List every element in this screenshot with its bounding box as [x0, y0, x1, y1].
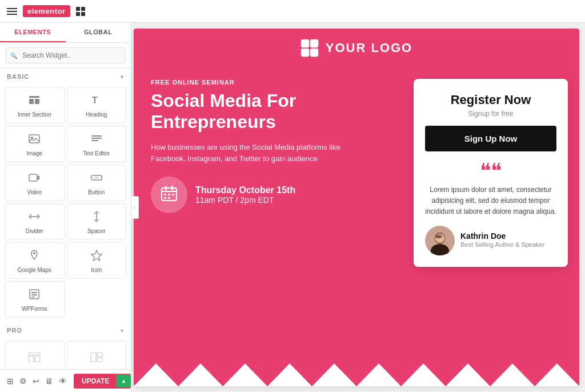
widget-icon[interactable]: Icon — [67, 242, 127, 279]
widget-button-label: Button — [88, 189, 105, 195]
update-label: UPDATE — [82, 377, 109, 385]
calendar-icon — [161, 185, 178, 206]
section-basic-label: BASIC — [7, 73, 29, 80]
page-body: FREE ONLINE SEMINAR Social Media For Ent… — [134, 67, 579, 386]
quote-text: Lorem ipsum dolor sit amet, consectetur … — [425, 185, 556, 218]
update-button[interactable]: UPDATE ▲ — [74, 374, 131, 389]
widget-grid-pro — [0, 338, 131, 369]
svg-rect-18 — [29, 356, 34, 362]
preview-icon[interactable]: 👁 — [59, 377, 67, 386]
svg-rect-17 — [29, 353, 40, 355]
widget-button[interactable]: Button — [67, 165, 127, 201]
seminar-title: Social Media For Entrepreneurs — [151, 90, 396, 133]
canvas: ‹ YOUR LOGO — [131, 23, 585, 392]
section-pro-header[interactable]: PRO ▾ — [0, 322, 131, 338]
svg-rect-2 — [35, 99, 39, 104]
svg-rect-28 — [165, 186, 167, 190]
widget-inner-section[interactable]: Inner Section — [5, 87, 65, 123]
widget-spacer[interactable]: Spacer — [67, 203, 127, 240]
svg-rect-26 — [311, 49, 318, 56]
seminar-description: How businesses are using the Social Medi… — [151, 142, 368, 166]
svg-marker-12 — [91, 250, 102, 261]
svg-rect-1 — [29, 99, 34, 104]
widget-pro-2[interactable] — [67, 341, 127, 369]
calendar-icon-wrap — [151, 177, 187, 213]
grid-menu-icon[interactable] — [76, 7, 85, 16]
svg-rect-0 — [29, 96, 39, 98]
svg-rect-9 — [29, 174, 37, 181]
widget-divider-label: Divider — [26, 228, 43, 234]
svg-rect-16 — [31, 297, 35, 298]
widget-wpforms-label: WPForms — [22, 306, 47, 312]
svg-point-11 — [33, 252, 35, 254]
svg-rect-24 — [311, 40, 318, 47]
svg-point-39 — [435, 235, 442, 238]
svg-rect-7 — [91, 138, 102, 139]
elementor-logo: elementor — [23, 5, 70, 17]
google-maps-icon — [28, 249, 41, 263]
text-editor-icon — [90, 133, 103, 147]
widget-google-maps[interactable]: Google Maps — [5, 242, 65, 279]
widget-pro-1[interactable] — [5, 341, 65, 369]
svg-rect-33 — [164, 197, 166, 199]
schedule-time: 11am PDT / 2pm EDT — [195, 195, 295, 205]
schedule-date: Thursday October 15th — [195, 185, 295, 195]
image-icon — [28, 133, 41, 147]
register-card: Register Now Signup for free Sign Up Now… — [414, 79, 568, 267]
bottom-icons: ⊞ ⚙ ↩ 🖥 👁 — [7, 377, 67, 386]
widget-image[interactable]: Image — [5, 126, 65, 162]
responsive-icon[interactable]: 🖥 — [45, 377, 53, 386]
chevron-pro-icon: ▾ — [121, 327, 124, 334]
author-info: Kathrin Doe Best Selling Author & Speake… — [460, 231, 544, 249]
section-basic-header[interactable]: BASIC ▾ — [0, 69, 131, 85]
section-pro-label: PRO — [7, 327, 22, 334]
svg-rect-14 — [31, 292, 37, 293]
sidebar-collapse-button[interactable]: ‹ — [131, 196, 139, 219]
page-header: YOUR LOGO — [134, 29, 579, 67]
seminar-label: FREE ONLINE SEMINAR — [151, 79, 396, 86]
update-arrow-icon: ▲ — [116, 374, 131, 387]
svg-rect-21 — [97, 353, 102, 357]
pro-widget-1-icon — [28, 352, 41, 364]
logo-text: YOUR LOGO — [326, 41, 412, 55]
layers-icon[interactable]: ⊞ — [7, 377, 14, 386]
widget-icon-label: Icon — [91, 267, 102, 273]
sidebar-scroll: BASIC ▾ Inner Section T Heading — [0, 69, 131, 369]
widget-image-label: Image — [26, 150, 42, 157]
history-icon[interactable]: ↩ — [33, 377, 39, 386]
signup-button[interactable]: Sign Up Now — [425, 126, 556, 151]
widget-inner-section-label: Inner Section — [18, 111, 51, 118]
widget-text-editor[interactable]: Text Editor — [67, 126, 127, 162]
widget-grid-basic: Inner Section T Heading Image — [0, 85, 131, 322]
page-content: YOUR LOGO FREE ONLINE SEMINAR Social Med… — [134, 29, 579, 386]
svg-rect-22 — [97, 358, 102, 362]
quote-mark: ❝❝ — [425, 161, 556, 181]
icon-icon — [90, 249, 103, 263]
register-subtitle: Signup for free — [425, 110, 556, 118]
schedule-text: Thursday October 15th 11am PDT / 2pm EDT — [195, 185, 295, 205]
canvas-inner: YOUR LOGO FREE ONLINE SEMINAR Social Med… — [134, 29, 579, 386]
svg-rect-31 — [168, 194, 170, 195]
widget-video-label: Video — [27, 189, 42, 195]
hamburger-menu[interactable] — [7, 8, 17, 15]
svg-rect-25 — [302, 49, 308, 56]
widget-divider[interactable]: Divider — [5, 203, 65, 240]
author-row: Kathrin Doe Best Selling Author & Speake… — [425, 226, 556, 255]
tab-elements[interactable]: ELEMENTS — [0, 23, 66, 42]
author-role: Best Selling Author & Speaker — [460, 241, 544, 249]
widget-text-editor-label: Text Editor — [83, 150, 110, 157]
author-name: Kathrin Doe — [460, 231, 544, 241]
widget-wpforms[interactable]: WPForms — [5, 281, 65, 318]
svg-rect-34 — [168, 197, 170, 199]
navigator-icon[interactable]: ⚙ — [19, 377, 27, 386]
spacer-icon — [90, 210, 103, 225]
svg-rect-32 — [172, 194, 174, 195]
bottom-bar: ⊞ ⚙ ↩ 🖥 👁 UPDATE ▲ — [0, 369, 131, 392]
widget-heading[interactable]: T Heading — [67, 87, 127, 123]
tab-global[interactable]: GLOBAL — [66, 23, 131, 42]
search-input[interactable] — [6, 47, 125, 63]
chevron-icon: ▾ — [121, 74, 124, 80]
sidebar-search-wrap — [0, 43, 131, 69]
widget-video[interactable]: Video — [5, 165, 65, 201]
schedule-box: Thursday October 15th 11am PDT / 2pm EDT — [151, 177, 396, 213]
